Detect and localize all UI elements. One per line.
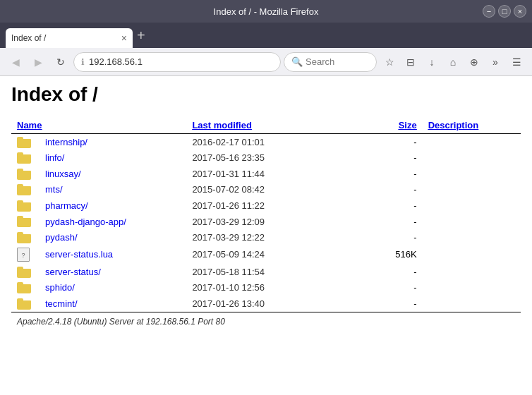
forward-button[interactable]: ▶	[28, 52, 48, 72]
col-header-name[interactable]: Name	[11, 117, 186, 134]
file-link[interactable]: tecmint/	[45, 298, 78, 309]
sort-desc-link[interactable]: Description	[428, 120, 479, 130]
back-button[interactable]: ◀	[6, 52, 25, 72]
file-link[interactable]: linfo/	[45, 152, 64, 163]
window-controls: − □ ×	[483, 5, 526, 18]
titlebar: Index of / - Mozilla Firefox − □ ×	[0, 0, 532, 23]
restore-button[interactable]: □	[498, 5, 511, 18]
new-tab-button[interactable]: +	[137, 28, 145, 48]
file-modified-date: 2017-01-10 12:56	[186, 280, 366, 296]
file-link[interactable]: pydash-django-app/	[45, 217, 126, 227]
col-header-size[interactable]: Size	[366, 117, 423, 134]
file-modified-date: 2017-01-26 11:22	[186, 198, 366, 214]
file-modified-date: 2017-01-31 11:44	[186, 166, 366, 182]
search-box[interactable]: 🔍	[284, 52, 377, 72]
download-button[interactable]: ↓	[422, 52, 442, 72]
file-size: -	[366, 229, 423, 245]
col-header-modified[interactable]: Last modified	[186, 117, 366, 134]
reader-view-button[interactable]: ⊟	[401, 52, 421, 72]
address-bar[interactable]: ℹ	[73, 52, 281, 72]
file-size: -	[366, 198, 423, 214]
file-link[interactable]: server-status/	[45, 267, 101, 277]
folder-icon	[17, 267, 31, 278]
tab-bar: Index of / × +	[0, 23, 532, 48]
file-modified-date: 2017-03-29 12:22	[186, 229, 366, 245]
tab-close-button[interactable]: ×	[121, 33, 127, 43]
sort-name-link[interactable]: Name	[17, 120, 42, 130]
file-link[interactable]: server-status.lua	[45, 249, 113, 260]
pocket-icon: ⊕	[470, 56, 478, 68]
folder-icon	[17, 169, 31, 180]
download-icon: ↓	[430, 56, 435, 68]
file-modified-date: 2016-02-17 01:01	[186, 134, 366, 150]
bookmark-star-button[interactable]: ☆	[380, 52, 399, 72]
home-button[interactable]: ⌂	[443, 52, 463, 72]
file-description	[423, 245, 521, 264]
search-icon: 🔍	[291, 56, 303, 67]
file-size: -	[366, 134, 423, 150]
col-header-description[interactable]: Description	[423, 117, 521, 134]
file-modified-date: 2017-01-26 13:40	[186, 296, 366, 312]
tab-title: Index of /	[11, 33, 117, 43]
extensions-button[interactable]: »	[485, 52, 505, 72]
secure-icon: ℹ	[81, 57, 85, 67]
reload-button[interactable]: ↻	[51, 52, 71, 72]
more-icon: »	[492, 56, 498, 68]
minimize-button[interactable]: −	[483, 5, 495, 18]
file-size: -	[366, 280, 423, 296]
table-row: server-status/2017-05-18 11:54-	[11, 264, 521, 280]
file-description	[423, 182, 521, 198]
folder-icon	[17, 152, 31, 164]
file-description	[423, 229, 521, 245]
folder-icon	[17, 184, 31, 195]
file-modified-date: 2015-07-02 08:42	[186, 182, 366, 198]
url-input[interactable]	[89, 56, 273, 67]
pocket-button[interactable]: ⊕	[464, 52, 484, 72]
table-row: sphido/2017-01-10 12:56-	[11, 280, 521, 296]
home-icon: ⌂	[450, 56, 456, 68]
file-link[interactable]: internship/	[45, 137, 87, 147]
close-button[interactable]: ×	[514, 5, 526, 18]
table-row: pydash-django-app/2017-03-29 12:09-	[11, 214, 521, 230]
table-row: internship/2016-02-17 01:01-	[11, 134, 521, 150]
search-input[interactable]	[306, 56, 369, 67]
file-size: -	[366, 214, 423, 230]
file-description	[423, 198, 521, 214]
table-row: linfo/2017-05-16 23:35-	[11, 150, 521, 166]
file-modified-date: 2017-05-09 14:24	[186, 245, 366, 264]
file-description	[423, 214, 521, 230]
file-description	[423, 150, 521, 166]
file-description	[423, 166, 521, 182]
table-row: pydash/2017-03-29 12:22-	[11, 229, 521, 245]
window-title: Index of / - Mozilla Firefox	[214, 6, 319, 17]
file-size: -	[366, 166, 423, 182]
star-icon: ☆	[385, 56, 394, 68]
file-listing-table: Name Last modified Size Description inte…	[11, 117, 521, 331]
reader-icon: ⊟	[406, 56, 415, 68]
tab-index-of[interactable]: Index of / ×	[6, 28, 133, 48]
folder-icon	[17, 216, 31, 227]
file-link[interactable]: sphido/	[45, 282, 75, 293]
file-link[interactable]: mts/	[45, 184, 63, 195]
server-footer: Apache/2.4.18 (Ubuntu) Server at 192.168…	[11, 312, 521, 331]
table-row: tecmint/2017-01-26 13:40-	[11, 296, 521, 312]
sort-modified-link[interactable]: Last modified	[192, 120, 252, 130]
file-description	[423, 296, 521, 312]
navbar: ◀ ▶ ↻ ℹ 🔍 ☆ ⊟ ↓ ⌂ ⊕ » ☰	[0, 48, 532, 76]
sort-size-link[interactable]: Size	[399, 120, 417, 130]
file-icon: ?	[17, 248, 30, 262]
nav-icons: ☆ ⊟ ↓ ⌂ ⊕ » ☰	[380, 52, 526, 72]
file-description	[423, 264, 521, 280]
file-description	[423, 134, 521, 150]
table-row: mts/2015-07-02 08:42-	[11, 182, 521, 198]
folder-icon	[17, 282, 31, 293]
file-link[interactable]: linuxsay/	[45, 169, 81, 179]
file-link[interactable]: pharmacy/	[45, 200, 88, 211]
menu-button[interactable]: ☰	[507, 52, 526, 72]
file-link[interactable]: pydash/	[45, 232, 78, 243]
file-size: -	[366, 182, 423, 198]
file-size: -	[366, 296, 423, 312]
page-title: Index of /	[11, 83, 521, 106]
folder-icon	[17, 232, 31, 243]
hamburger-icon: ☰	[512, 56, 521, 68]
